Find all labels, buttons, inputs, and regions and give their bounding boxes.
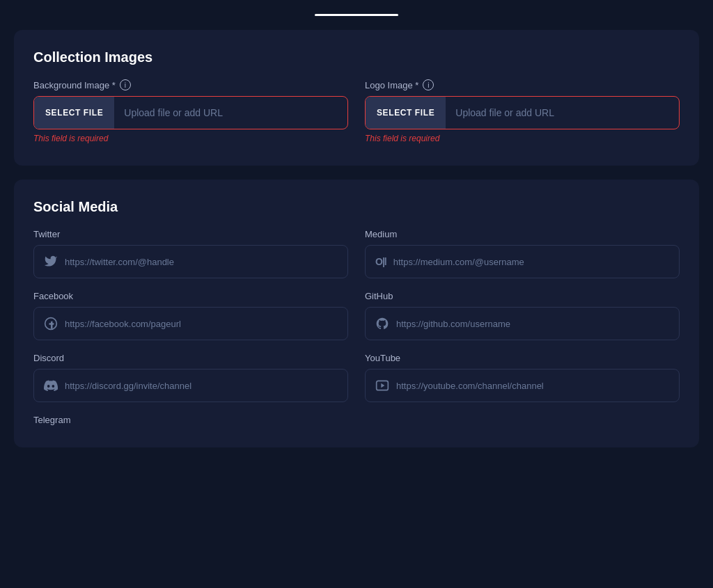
- logo-image-input-wrapper: SELECT FILE: [365, 96, 680, 129]
- youtube-input-wrapper: [365, 369, 680, 402]
- discord-group: Discord: [33, 353, 348, 402]
- collection-images-title: Collection Images: [33, 49, 680, 65]
- discord-label: Discord: [33, 353, 348, 363]
- github-group: GitHub: [365, 291, 680, 340]
- social-media-title: Social Media: [33, 199, 680, 215]
- youtube-icon: [375, 379, 389, 392]
- logo-image-group: Logo Image * i SELECT FILE This field is…: [365, 79, 680, 143]
- tab-bar: [0, 14, 713, 16]
- facebook-input[interactable]: [65, 319, 338, 329]
- logo-image-error: This field is required: [365, 134, 680, 143]
- facebook-group: Facebook: [33, 291, 348, 340]
- discord-icon: [44, 379, 58, 392]
- tab-indicator: [315, 14, 398, 16]
- github-icon: [375, 317, 389, 331]
- collection-images-section: Collection Images Background Image * i S…: [14, 30, 699, 166]
- medium-label: Medium: [365, 229, 680, 239]
- logo-image-select-btn[interactable]: SELECT FILE: [366, 97, 446, 129]
- youtube-group: YouTube: [365, 353, 680, 402]
- youtube-input[interactable]: [396, 381, 669, 391]
- image-fields-row: Background Image * i SELECT FILE This fi…: [33, 79, 680, 143]
- facebook-github-row: Facebook GitHub: [33, 291, 680, 340]
- facebook-icon: [44, 317, 58, 331]
- twitter-input[interactable]: [65, 257, 338, 267]
- background-image-error: This field is required: [33, 134, 348, 143]
- facebook-label: Facebook: [33, 291, 348, 301]
- page-content: Collection Images Background Image * i S…: [0, 30, 713, 447]
- twitter-icon: [44, 255, 58, 269]
- svg-marker-2: [381, 383, 384, 388]
- logo-image-info-icon[interactable]: i: [423, 79, 434, 90]
- medium-input[interactable]: [393, 257, 669, 267]
- medium-icon: O|l: [375, 256, 386, 267]
- social-media-section: Social Media Twitter Medium O|l: [14, 180, 699, 447]
- github-label: GitHub: [365, 291, 680, 301]
- telegram-label: Telegram: [33, 415, 680, 425]
- logo-image-label: Logo Image * i: [365, 79, 680, 90]
- logo-image-url-input[interactable]: [446, 97, 679, 129]
- background-image-select-btn[interactable]: SELECT FILE: [34, 97, 114, 129]
- twitter-medium-row: Twitter Medium O|l: [33, 229, 680, 278]
- github-input[interactable]: [396, 319, 669, 329]
- medium-group: Medium O|l: [365, 229, 680, 278]
- twitter-input-wrapper: [33, 245, 348, 278]
- background-image-label: Background Image * i: [33, 79, 348, 90]
- background-image-url-input[interactable]: [114, 97, 347, 129]
- discord-youtube-row: Discord YouTube: [33, 353, 680, 402]
- background-image-info-icon[interactable]: i: [120, 79, 131, 90]
- discord-input[interactable]: [65, 381, 338, 391]
- discord-input-wrapper: [33, 369, 348, 402]
- youtube-label: YouTube: [365, 353, 680, 363]
- medium-input-wrapper: O|l: [365, 245, 680, 278]
- twitter-group: Twitter: [33, 229, 348, 278]
- background-image-group: Background Image * i SELECT FILE This fi…: [33, 79, 348, 143]
- background-image-input-wrapper: SELECT FILE: [33, 96, 348, 129]
- facebook-input-wrapper: [33, 307, 348, 340]
- github-input-wrapper: [365, 307, 680, 340]
- twitter-label: Twitter: [33, 229, 348, 239]
